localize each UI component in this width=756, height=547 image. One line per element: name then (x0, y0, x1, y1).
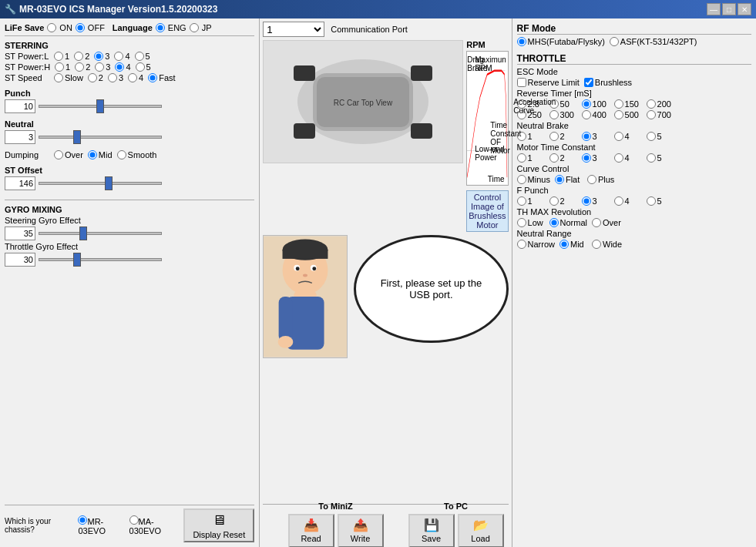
life-save-off-label: OFF (88, 23, 105, 32)
punch-input[interactable] (5, 99, 35, 113)
punch-section: Punch (5, 89, 254, 115)
title-bar: 🔧 MR-03EVO ICS Manager Version1.5.202003… (0, 0, 756, 18)
mtc-5[interactable]: 5 (647, 153, 674, 163)
st-speed-slow[interactable]: Slow (54, 73, 83, 82)
life-save-off-option[interactable]: OFF (76, 23, 105, 32)
load-icon: 📂 (473, 518, 489, 532)
dumping-smooth[interactable]: Smooth (117, 150, 157, 159)
lang-jp-option[interactable]: JP (190, 23, 212, 32)
st-power-l-1[interactable]: 1 (54, 52, 69, 61)
steering-gyro-input[interactable] (5, 227, 35, 240)
lang-jp-radio[interactable] (190, 23, 199, 32)
steering-gyro-slider[interactable] (39, 232, 162, 235)
rt-700[interactable]: 700 (647, 110, 674, 119)
rt-150[interactable]: 150 (614, 99, 642, 109)
display-reset-button[interactable]: 🖥 Display Reset (183, 508, 254, 542)
graph-area: Maximun RPM Drag Brake Acceleration Curv… (466, 51, 508, 186)
pc-buttons: 💾 Save 📂 Load (408, 514, 504, 548)
fp-4[interactable]: 4 (614, 196, 642, 206)
punch-slider[interactable] (39, 105, 162, 108)
rt-100[interactable]: 100 (582, 99, 610, 109)
life-save-on-radio[interactable] (47, 23, 56, 32)
st-offset-input[interactable] (5, 176, 35, 190)
chassis-section: Which is your chassis? MR-03EVO MA-030EV… (5, 515, 179, 535)
st-power-l-2[interactable]: 2 (74, 52, 89, 61)
rt-500[interactable]: 500 (614, 110, 642, 119)
nb-4[interactable]: 4 (614, 132, 642, 141)
write-button[interactable]: 📤 Write (338, 514, 384, 548)
load-button[interactable]: 📂 Load (458, 514, 504, 548)
rt-200[interactable]: 200 (647, 99, 674, 109)
read-button[interactable]: 📥 Read (288, 514, 334, 548)
reserve-limit-checkbox[interactable] (517, 78, 526, 87)
mtc-3[interactable]: 3 (582, 153, 610, 163)
fp-5[interactable]: 5 (647, 196, 674, 206)
reserve-limit-option[interactable]: Reserve Limit (517, 78, 580, 87)
rpm-label: RPM (466, 40, 508, 49)
divider-1 (5, 200, 254, 200)
throttle-gyro-input[interactable] (5, 253, 35, 267)
st-power-h-2[interactable]: 2 (75, 62, 90, 72)
st-speed-3[interactable]: 3 (108, 73, 123, 82)
chassis-mr03evo[interactable]: MR-03EVO (78, 515, 124, 535)
cc-flat[interactable]: Flat (555, 175, 583, 184)
tmr-over[interactable]: Over (592, 218, 621, 227)
nb-5[interactable]: 5 (647, 132, 674, 141)
dumping-over[interactable]: Over (54, 150, 83, 159)
top-options: LiFe Save ON OFF Language ENG J (5, 23, 254, 36)
st-power-h-5[interactable]: 5 (136, 62, 151, 72)
fp-1[interactable]: 1 (517, 196, 545, 206)
brushless-checkbox[interactable] (584, 78, 593, 87)
st-power-l-4[interactable]: 4 (114, 52, 129, 61)
st-power-l-label: ST Power:L (5, 52, 49, 61)
fp-3[interactable]: 3 (582, 196, 610, 206)
throttle-gyro-slider[interactable] (39, 258, 162, 261)
nb-2[interactable]: 2 (549, 132, 577, 141)
nr-mid[interactable]: Mid (559, 240, 587, 249)
st-speed-2[interactable]: 2 (88, 73, 103, 82)
fp-2[interactable]: 2 (549, 196, 577, 206)
life-save-on-option[interactable]: ON (47, 23, 72, 32)
st-power-h-3[interactable]: 3 (95, 62, 110, 72)
st-power-l-5[interactable]: 5 (135, 52, 150, 61)
st-offset-slider[interactable] (39, 182, 162, 185)
mtc-2[interactable]: 2 (549, 153, 577, 163)
neutral-slider[interactable] (39, 136, 162, 139)
minimize-button[interactable]: — (707, 3, 721, 15)
life-save-off-radio[interactable] (76, 23, 85, 32)
cc-plus[interactable]: Plus (587, 175, 615, 184)
nr-wide[interactable]: Wide (592, 240, 622, 249)
save-button[interactable]: 💾 Save (408, 514, 455, 548)
mtc-4[interactable]: 4 (614, 153, 642, 163)
neutral-range-row: Narrow Mid Wide (517, 240, 751, 249)
th-max-rev-row: Low Normal Over (517, 218, 751, 227)
cc-minus[interactable]: Minus (517, 175, 550, 184)
gyro-section: GYRO MIXING Steering Gyro Effect Throttl… (5, 205, 254, 268)
st-power-h-1[interactable]: 1 (55, 62, 70, 72)
st-speed-fast[interactable]: Fast (148, 73, 175, 82)
svg-rect-4 (294, 123, 315, 139)
car-svg: RC Car Top View (270, 42, 455, 162)
lang-eng-radio[interactable] (156, 23, 165, 32)
tmr-low[interactable]: Low (517, 218, 545, 227)
tmr-normal[interactable]: Normal (549, 218, 587, 227)
neutral-input[interactable] (5, 130, 35, 144)
rf-asf-option[interactable]: ASF(KT-531/432PT) (610, 37, 697, 46)
comm-port-select[interactable]: 1 (263, 22, 324, 37)
rf-mhs-option[interactable]: MHS(Futaba/Flysky) (517, 37, 605, 46)
lang-eng-option[interactable]: ENG (156, 23, 186, 32)
st-power-h-4[interactable]: 4 (115, 62, 130, 72)
maximize-button[interactable]: □ (722, 3, 736, 15)
rf-asf-label: ASF(KT-531/432PT) (620, 37, 697, 46)
st-speed-4[interactable]: 4 (128, 73, 143, 82)
brushless-option[interactable]: Brushless (584, 78, 632, 87)
st-power-l-3[interactable]: 3 (94, 52, 109, 61)
svg-rect-23 (279, 297, 293, 342)
close-button[interactable]: ✕ (738, 3, 751, 15)
nr-narrow[interactable]: Narrow (517, 240, 555, 249)
dumping-label: Dumping (5, 150, 49, 159)
chassis-ma030evo[interactable]: MA-030EVO (129, 515, 180, 535)
nb-3[interactable]: 3 (582, 132, 610, 141)
dumping-mid[interactable]: Mid (88, 150, 113, 159)
rt-400[interactable]: 400 (582, 110, 610, 119)
